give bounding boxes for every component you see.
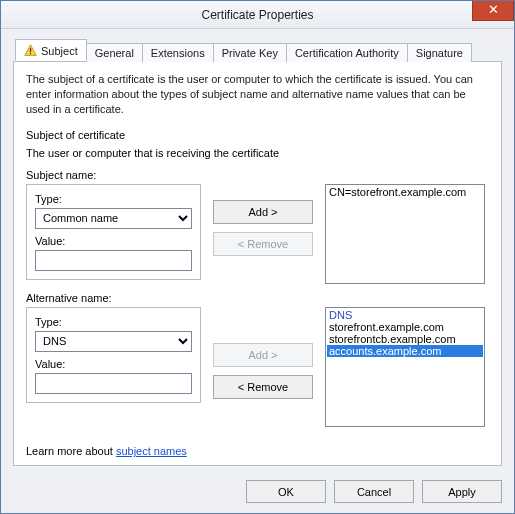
tab-private-key[interactable]: Private Key (213, 43, 287, 62)
dialog-footer: OK Cancel Apply (1, 472, 514, 513)
subject-remove-button[interactable]: < Remove (213, 232, 313, 256)
description-text: The subject of a certificate is the user… (26, 72, 489, 117)
subject-type-select[interactable]: Common name (35, 208, 192, 229)
list-item[interactable]: storefront.example.com (327, 321, 483, 333)
subject-name-heading: Subject name: (26, 169, 489, 181)
alt-list-head: DNS (327, 309, 483, 321)
tab-signature[interactable]: Signature (407, 43, 472, 62)
window-title: Certificate Properties (201, 8, 313, 22)
close-button[interactable]: ✕ (472, 1, 514, 21)
learn-more: Learn more about subject names (26, 445, 489, 457)
alt-name-list[interactable]: DNS storefront.example.com storefrontcb.… (325, 307, 485, 427)
alt-buttons: Add > < Remove (213, 307, 313, 399)
tab-extensions[interactable]: Extensions (142, 43, 214, 62)
certificate-properties-window: Certificate Properties ✕ Subject General… (0, 0, 515, 514)
section-heading-receiving: The user or computer that is receiving t… (26, 147, 489, 159)
subject-buttons: Add > < Remove (213, 184, 313, 256)
svg-rect-1 (30, 48, 31, 52)
warning-icon (24, 44, 37, 57)
alt-add-button[interactable]: Add > (213, 343, 313, 367)
alt-remove-button[interactable]: < Remove (213, 375, 313, 399)
dialog-body: Subject General Extensions Private Key C… (1, 29, 514, 472)
subject-value-label: Value: (35, 235, 192, 247)
section-heading-subject-of-cert: Subject of certificate (26, 129, 489, 141)
tab-label: Subject (41, 45, 78, 57)
list-item[interactable]: CN=storefront.example.com (327, 186, 483, 198)
tab-subject[interactable]: Subject (15, 39, 87, 61)
alt-value-label: Value: (35, 358, 192, 370)
alt-name-group: Type: DNS Value: (26, 307, 201, 403)
alt-name-heading: Alternative name: (26, 292, 489, 304)
subject-names-link[interactable]: subject names (116, 445, 187, 457)
subject-add-button[interactable]: Add > (213, 200, 313, 224)
list-item[interactable]: accounts.example.com (327, 345, 483, 357)
titlebar: Certificate Properties ✕ (1, 1, 514, 29)
cancel-button[interactable]: Cancel (334, 480, 414, 503)
alt-value-input[interactable] (35, 373, 192, 394)
tab-cert-authority[interactable]: Certification Authority (286, 43, 408, 62)
subject-value-input[interactable] (35, 250, 192, 271)
tab-content-subject: The subject of a certificate is the user… (13, 62, 502, 466)
alt-type-select[interactable]: DNS (35, 331, 192, 352)
subject-name-group: Type: Common name Value: (26, 184, 201, 280)
subject-name-list[interactable]: CN=storefront.example.com (325, 184, 485, 284)
close-icon: ✕ (488, 2, 499, 17)
tab-general[interactable]: General (86, 43, 143, 62)
list-item[interactable]: storefrontcb.example.com (327, 333, 483, 345)
ok-button[interactable]: OK (246, 480, 326, 503)
apply-button[interactable]: Apply (422, 480, 502, 503)
tabstrip: Subject General Extensions Private Key C… (13, 39, 502, 62)
alt-type-label: Type: (35, 316, 192, 328)
subject-type-label: Type: (35, 193, 192, 205)
svg-rect-2 (30, 53, 31, 54)
